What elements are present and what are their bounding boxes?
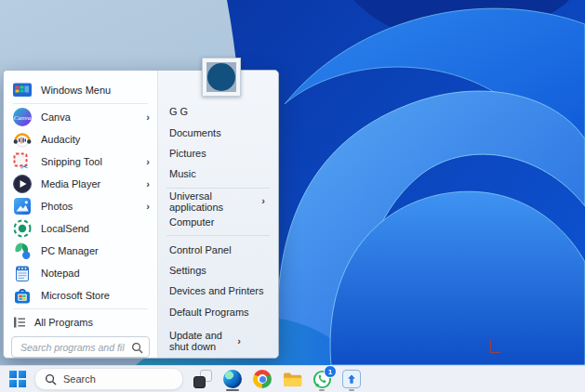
menu-item-label: Settings <box>169 265 206 276</box>
start-menu-places-column: G G Documents Pictures Music Universal a… <box>158 71 278 358</box>
menu-item-default-programs[interactable]: Default Programs <box>158 302 278 322</box>
windows-menu-app-icon <box>342 370 361 388</box>
start-menu-item-localsend[interactable]: LocalSend <box>4 217 157 240</box>
start-menu-item-label: Audacity <box>41 134 80 145</box>
task-view-button[interactable] <box>191 367 215 391</box>
menu-item-music[interactable]: Music <box>158 163 278 184</box>
screen: Windows Menu Canva Canva › Audacity ✂ <box>0 0 585 392</box>
start-menu-item-windows-menu[interactable]: Windows Menu <box>4 79 157 101</box>
menu-separator <box>166 235 270 236</box>
menu-separator <box>13 308 148 309</box>
svg-text:✂: ✂ <box>20 162 28 172</box>
start-menu-item-label: Photos <box>41 201 73 212</box>
windows-menu-icon <box>12 80 33 100</box>
notification-badge: 1 <box>324 365 337 378</box>
pc-manager-icon <box>12 241 33 261</box>
media-player-icon <box>12 174 33 194</box>
menu-item-label: Control Panel <box>169 244 232 255</box>
all-programs-icon <box>12 315 27 330</box>
microsoft-store-icon <box>12 285 33 306</box>
start-menu-item-notepad[interactable]: Notepad <box>4 262 157 284</box>
start-menu-item-label: PC Manager <box>41 245 99 256</box>
running-indicator <box>349 389 354 392</box>
photos-icon <box>12 196 33 216</box>
running-indicator <box>319 389 325 392</box>
chevron-right-icon: › <box>146 157 150 167</box>
avatar-inner-frame <box>206 62 236 92</box>
menu-item-pictures[interactable]: Pictures <box>158 143 278 163</box>
taskbar-search-label: Search <box>63 373 96 385</box>
start-menu-item-photos[interactable]: Photos › <box>4 195 157 217</box>
menu-separator <box>13 103 148 104</box>
windows-menu-app-button[interactable] <box>339 367 364 391</box>
file-explorer-icon <box>283 372 302 387</box>
svg-text:Canva: Canva <box>14 114 32 122</box>
localsend-icon <box>12 218 33 239</box>
chrome-icon <box>253 370 272 388</box>
red-annotation-mark <box>490 340 500 353</box>
edge-icon <box>223 370 242 388</box>
start-menu-item-label: Media Player <box>41 178 100 189</box>
start-menu-item-audacity[interactable]: Audacity <box>4 128 157 150</box>
chevron-right-icon: › <box>146 112 150 123</box>
shutdown-label: Update and shut down <box>169 330 224 352</box>
menu-item-universal-applications[interactable]: Universal applications › <box>158 191 278 212</box>
menu-item-label: Computer <box>169 216 214 228</box>
all-programs-button[interactable]: All Programs <box>4 311 157 333</box>
audacity-icon <box>12 129 33 150</box>
menu-item-settings[interactable]: Settings <box>158 260 278 281</box>
menu-item-label: Music <box>169 168 196 179</box>
search-input[interactable] <box>11 336 150 358</box>
menu-item-label: Documents <box>169 127 221 138</box>
canva-icon: Canva <box>12 107 33 127</box>
start-menu-item-label: LocalSend <box>41 223 89 234</box>
menu-item-label: Devices and Printers <box>169 285 264 296</box>
start-menu-item-microsoft-store[interactable]: Microsoft Store <box>4 284 157 307</box>
menu-item-label: Pictures <box>169 148 206 159</box>
start-menu-item-label: Windows Menu <box>41 85 111 96</box>
task-view-icon <box>193 370 212 388</box>
menu-item-label: G G <box>169 106 188 117</box>
start-menu-item-snipping-tool[interactable]: ✂ Snipping Tool › <box>4 150 157 173</box>
whatsapp-icon: 1 <box>312 369 332 389</box>
menu-item-documents[interactable]: Documents <box>158 122 278 142</box>
whatsapp-button[interactable]: 1 <box>310 367 334 391</box>
snipping-tool-icon: ✂ <box>12 151 33 172</box>
file-explorer-button[interactable] <box>280 367 304 391</box>
avatar-circle <box>207 63 235 91</box>
chevron-right-icon: › <box>146 179 150 189</box>
menu-item-user-folder[interactable]: G G <box>158 101 278 122</box>
start-menu-item-label: Canva <box>41 111 71 123</box>
chevron-right-icon: › <box>146 202 150 212</box>
chrome-button[interactable] <box>250 367 274 391</box>
start-menu-item-pc-manager[interactable]: PC Manager <box>4 240 157 262</box>
chevron-right-icon: › <box>237 336 241 346</box>
windows-logo-icon <box>9 371 27 388</box>
menu-item-devices-and-printers[interactable]: Devices and Printers <box>158 281 278 301</box>
user-avatar[interactable] <box>202 58 241 97</box>
taskbar-icons: 1 <box>191 367 364 391</box>
start-menu-pinned-column: Windows Menu Canva Canva › Audacity ✂ <box>4 71 158 358</box>
start-menu-search <box>11 336 150 358</box>
taskbar: Search <box>0 365 585 392</box>
taskbar-search[interactable]: Search <box>34 368 183 390</box>
menu-item-label: Universal applications <box>169 190 261 213</box>
shutdown-button[interactable]: Update and shut down › <box>158 330 278 352</box>
start-menu-item-canva[interactable]: Canva Canva › <box>4 106 157 128</box>
start-button[interactable] <box>6 367 30 391</box>
edge-button[interactable] <box>220 367 245 391</box>
running-indicator <box>226 389 239 392</box>
search-icon <box>131 341 143 358</box>
notepad-icon <box>12 263 33 283</box>
menu-item-label: Default Programs <box>169 307 249 318</box>
start-menu-item-label: Microsoft Store <box>41 290 110 301</box>
start-menu: Windows Menu Canva Canva › Audacity ✂ <box>3 70 279 359</box>
menu-item-computer[interactable]: Computer <box>158 212 278 232</box>
menu-item-control-panel[interactable]: Control Panel <box>158 239 278 259</box>
menu-separator <box>166 188 270 189</box>
all-programs-label: All Programs <box>34 317 93 328</box>
search-icon <box>45 373 57 385</box>
start-menu-item-media-player[interactable]: Media Player › <box>4 173 157 195</box>
start-menu-item-label: Snipping Tool <box>41 156 102 167</box>
chevron-right-icon: › <box>261 196 265 206</box>
